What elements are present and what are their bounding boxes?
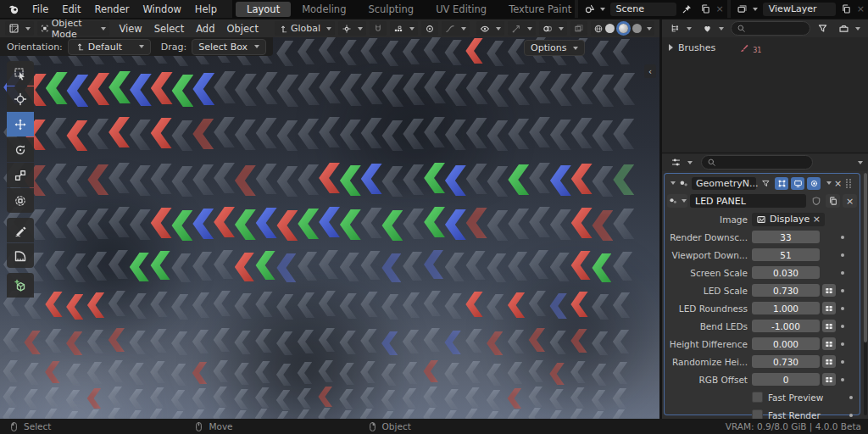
proportional-falloff-dropdown[interactable]	[442, 21, 470, 36]
properties-editor-type-button[interactable]	[667, 155, 696, 170]
editor-divider[interactable]	[659, 19, 662, 419]
options-dropdown[interactable]: Options	[524, 40, 585, 56]
rendered-shading-icon[interactable]	[632, 24, 642, 33]
outliner-item-brushes[interactable]: Brushes 31	[662, 37, 868, 56]
viewlayer-icon[interactable]	[734, 3, 760, 15]
tool-rotate[interactable]	[7, 137, 34, 162]
input-value-field[interactable]: 0.000	[752, 337, 820, 350]
scrollbar-thumb[interactable]	[864, 173, 867, 342]
outliner-filter-mode-button[interactable]	[698, 21, 727, 36]
animate-dot[interactable]	[849, 414, 853, 417]
tool-measure[interactable]	[7, 243, 34, 268]
editor-type-button[interactable]	[5, 21, 34, 36]
modifier-name-field[interactable]: GeometryN...	[692, 177, 756, 190]
node-group-browse-button[interactable]	[667, 194, 687, 208]
attribute-grid-icon[interactable]	[822, 302, 836, 314]
attribute-grid-icon[interactable]	[822, 284, 836, 297]
input-value-field[interactable]: 0.730	[752, 355, 820, 368]
animate-dot[interactable]	[841, 271, 844, 275]
input-value-field[interactable]: 33	[752, 231, 820, 243]
tool-cursor[interactable]	[7, 86, 34, 111]
attribute-grid-icon[interactable]	[822, 355, 836, 368]
solid-shading-icon[interactable]	[605, 24, 615, 33]
tool-scale[interactable]	[7, 163, 34, 187]
modifier-extras-icon[interactable]	[826, 181, 832, 185]
viewlayer-name-field[interactable]: ViewLayer	[763, 3, 836, 16]
realtime-display-toggle[interactable]	[791, 177, 804, 190]
viewport-menu-add[interactable]: Add	[190, 23, 220, 35]
viewport-menu-object[interactable]: Object	[220, 23, 264, 35]
editor-divider[interactable]	[662, 153, 868, 153]
fake-user-shield-icon[interactable]	[809, 194, 823, 208]
attribute-grid-icon[interactable]	[822, 320, 836, 332]
proportional-edit-toggle[interactable]	[421, 21, 438, 36]
pin-icon[interactable]	[679, 3, 695, 15]
snap-settings-dropdown[interactable]	[390, 21, 418, 36]
workspace-tab-texture-paint[interactable]: Texture Paint	[498, 2, 574, 17]
new-collection-button[interactable]	[835, 21, 864, 36]
disclosure-triangle-icon[interactable]	[669, 44, 673, 51]
on-cage-toggle[interactable]	[759, 177, 772, 190]
animate-dot[interactable]	[841, 342, 844, 346]
drag-mode-dropdown[interactable]: Select Box	[192, 39, 266, 55]
menu-file[interactable]: File	[25, 3, 55, 15]
tool-transform[interactable]	[7, 188, 34, 213]
menu-render[interactable]: Render	[88, 3, 136, 15]
tool-select-box[interactable]	[7, 61, 34, 86]
menu-edit[interactable]: Edit	[55, 3, 87, 15]
input-value-field[interactable]: 0.030	[752, 266, 820, 279]
edit-mode-display-toggle[interactable]	[775, 177, 788, 190]
gizmos-dropdown[interactable]	[508, 21, 536, 36]
material-preview-shading-icon[interactable]	[619, 24, 628, 33]
tool-move[interactable]	[7, 112, 34, 136]
input-value-field[interactable]: 51	[752, 248, 820, 261]
close-icon[interactable]: ×	[813, 214, 821, 224]
attribute-grid-icon[interactable]	[822, 337, 836, 350]
viewport-menu-select[interactable]: Select	[148, 23, 190, 35]
panel-expand-icon[interactable]	[670, 181, 676, 185]
copy-scene-icon[interactable]	[698, 3, 714, 15]
pivot-dropdown[interactable]	[338, 21, 366, 36]
outliner-display-mode-button[interactable]	[666, 21, 695, 36]
outliner-filter-icon[interactable]	[814, 21, 832, 36]
wireframe-shading-icon[interactable]	[593, 24, 604, 34]
animate-dot[interactable]	[841, 253, 844, 257]
animate-dot[interactable]	[841, 236, 844, 239]
attribute-grid-icon[interactable]	[822, 373, 836, 386]
scene-name-field[interactable]: Scene	[610, 3, 676, 16]
animate-dot[interactable]	[841, 325, 844, 328]
menu-help[interactable]: Help	[188, 3, 224, 15]
show-gizmo-dropdown[interactable]	[476, 21, 504, 36]
node-group-name-field[interactable]: LED PANEL	[690, 194, 806, 208]
tool-annotate[interactable]	[7, 218, 34, 242]
outliner-search-input[interactable]	[731, 21, 810, 36]
input-value-field[interactable]: -1.000	[752, 320, 820, 332]
transform-orientation-dropdown[interactable]: Default	[68, 39, 151, 55]
close-icon[interactable]: ×	[834, 179, 842, 188]
animate-dot[interactable]	[849, 396, 853, 399]
unlink-node-group-icon[interactable]: ×	[843, 194, 857, 208]
scene-icon[interactable]	[581, 3, 608, 15]
input-value-field[interactable]: 0.730	[752, 284, 820, 297]
scrollbar[interactable]	[864, 173, 867, 415]
viewport-render[interactable]: Orientation: Default Drag: Select Box Op…	[0, 37, 659, 419]
workspace-tab-uv-editing[interactable]: UV Editing	[425, 2, 498, 17]
orientation-dropdown[interactable]: Global	[275, 21, 335, 36]
checkbox-fast-preview[interactable]	[752, 392, 763, 403]
tool-add-cube[interactable]	[7, 273, 34, 298]
copy-viewlayer-icon[interactable]	[838, 3, 854, 15]
viewport-menu-view[interactable]: View	[113, 23, 147, 35]
render-display-toggle[interactable]	[807, 177, 821, 190]
input-value-field[interactable]: 0	[752, 373, 820, 386]
blender-logo-icon[interactable]	[7, 3, 20, 16]
sidebar-toggle-arrow[interactable]: ‹	[644, 64, 656, 78]
mode-dropdown[interactable]: Object Mode	[37, 21, 109, 36]
input-value-field[interactable]: 1.000	[752, 302, 820, 314]
modifier-panel-header[interactable]: GeometryN... ×	[667, 175, 857, 191]
workspace-tab-layout[interactable]: Layout	[236, 2, 291, 17]
animate-dot[interactable]	[841, 378, 844, 381]
overlays-dropdown[interactable]	[539, 21, 567, 36]
workspace-tab-modeling[interactable]: Modeling	[291, 2, 357, 17]
workspace-tab-sculpting[interactable]: Sculpting	[357, 2, 425, 17]
copy-node-group-icon[interactable]	[826, 194, 840, 208]
